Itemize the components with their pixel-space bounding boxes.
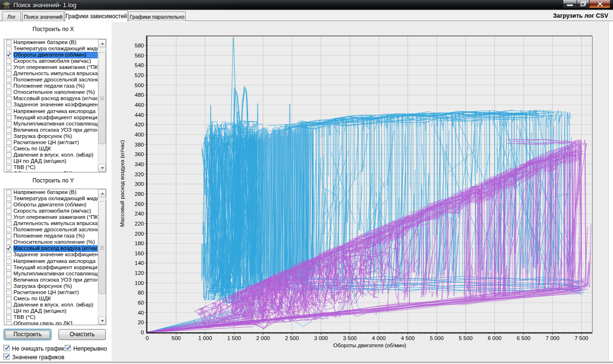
svg-text:500: 500 <box>135 82 144 88</box>
svg-text:6 500: 6 500 <box>517 335 531 341</box>
svg-text:260: 260 <box>135 201 144 207</box>
svg-text:4 500: 4 500 <box>401 335 415 341</box>
svg-text:120: 120 <box>135 270 144 276</box>
svg-text:160: 160 <box>135 250 144 256</box>
svg-text:3 000: 3 000 <box>314 335 328 341</box>
svg-text:520: 520 <box>135 72 144 78</box>
svg-text:580: 580 <box>135 43 144 48</box>
svg-text:1 000: 1 000 <box>198 335 212 341</box>
svg-text:300: 300 <box>135 181 144 187</box>
svg-text:20: 20 <box>138 319 144 325</box>
svg-text:0: 0 <box>146 335 148 341</box>
svg-text:80: 80 <box>138 290 144 296</box>
svg-text:500: 500 <box>171 335 181 341</box>
svg-text:6 000: 6 000 <box>488 335 501 341</box>
svg-text:560: 560 <box>135 53 144 58</box>
svg-text:3 500: 3 500 <box>343 335 357 341</box>
svg-text:5 000: 5 000 <box>430 335 444 341</box>
svg-text:Массовый расход воздуха (кг/ча: Массовый расход воздуха (кг/час) <box>119 140 125 227</box>
svg-text:1 500: 1 500 <box>227 335 241 341</box>
svg-text:420: 420 <box>135 122 144 127</box>
svg-text:60: 60 <box>138 300 144 306</box>
svg-text:140: 140 <box>135 260 144 266</box>
svg-text:320: 320 <box>135 171 144 177</box>
svg-text:0: 0 <box>141 330 144 335</box>
svg-text:240: 240 <box>135 211 144 216</box>
svg-text:7 500: 7 500 <box>575 335 589 341</box>
svg-text:400: 400 <box>135 132 144 137</box>
svg-text:40: 40 <box>138 310 144 316</box>
svg-text:100: 100 <box>135 280 144 286</box>
svg-text:280: 280 <box>135 191 144 197</box>
svg-text:360: 360 <box>135 151 144 157</box>
svg-text:540: 540 <box>135 62 144 68</box>
svg-text:440: 440 <box>135 112 144 118</box>
svg-text:480: 480 <box>135 92 144 98</box>
svg-text:200: 200 <box>135 231 144 237</box>
svg-text:380: 380 <box>135 142 144 148</box>
svg-text:5 500: 5 500 <box>459 335 473 341</box>
svg-text:180: 180 <box>135 240 144 246</box>
svg-text:220: 220 <box>135 221 144 227</box>
svg-text:2 500: 2 500 <box>285 335 299 341</box>
svg-text:2 000: 2 000 <box>256 335 270 341</box>
svg-text:Обороты двигателя (об/мин): Обороты двигателя (об/мин) <box>333 342 406 348</box>
svg-text:4 000: 4 000 <box>372 335 386 341</box>
svg-text:340: 340 <box>135 161 144 167</box>
svg-text:460: 460 <box>135 102 144 108</box>
svg-text:7 000: 7 000 <box>545 335 559 341</box>
